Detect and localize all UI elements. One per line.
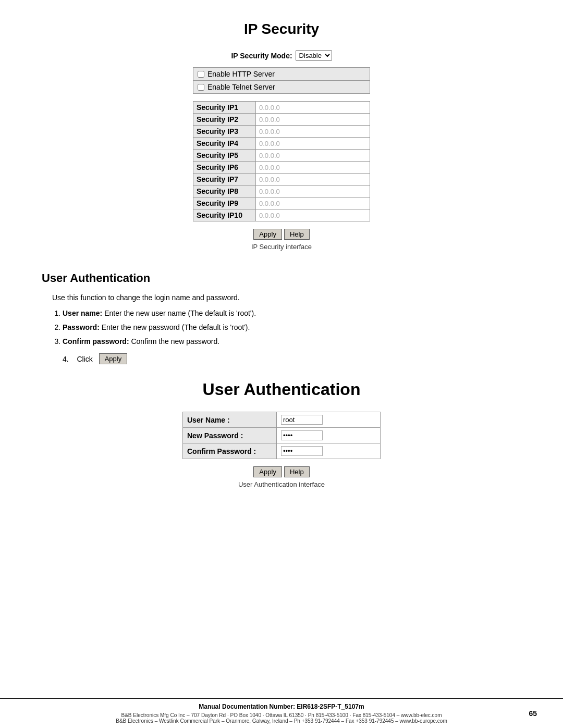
footer-line1: B&B Electronics Mfg Co Inc – 707 Dayton … xyxy=(16,712,547,718)
enable-telnet-label: Enable Telnet Server xyxy=(207,83,275,91)
ip-address-table: Security IP1 Security IP2 Security IP3 S… xyxy=(193,101,370,221)
ip3-label: Security IP3 xyxy=(193,126,256,138)
step4-row: 4. Click Apply xyxy=(63,353,521,364)
table-row: Security IP2 xyxy=(193,114,370,126)
ip5-label: Security IP5 xyxy=(193,150,256,162)
list-item: Password: Enter the new password (The de… xyxy=(63,322,521,333)
table-row: Security IP9 xyxy=(193,198,370,209)
user-auth-form-table: User Name : New Password : Confirm Passw… xyxy=(182,412,381,459)
step1-bold: User name: xyxy=(63,309,102,317)
table-row: Security IP6 xyxy=(193,162,370,174)
table-row: Security IP10 xyxy=(193,209,370,221)
new-password-input[interactable] xyxy=(281,430,323,440)
ip8-input[interactable] xyxy=(259,188,366,195)
footer-line2: B&B Electronics – Westlink Commercial Pa… xyxy=(16,718,547,724)
ip4-label: Security IP4 xyxy=(193,138,256,150)
confirm-password-label: Confirm Password : xyxy=(183,443,277,459)
ip9-input[interactable] xyxy=(259,200,366,207)
step2-text: Enter the new password (The default is '… xyxy=(102,323,250,331)
ip2-label: Security IP2 xyxy=(193,114,256,126)
ip-security-caption: IP Security interface xyxy=(251,243,312,251)
ip7-input[interactable] xyxy=(259,176,366,183)
page-number: 65 xyxy=(529,709,537,718)
enable-telnet-checkbox[interactable] xyxy=(198,84,204,91)
user-auth-heading: User Authentication xyxy=(42,272,521,285)
step4-number: 4. xyxy=(63,355,69,363)
enable-http-checkbox[interactable] xyxy=(198,71,204,78)
ip2-input[interactable] xyxy=(259,116,366,124)
table-row: Security IP5 xyxy=(193,150,370,162)
table-row: Confirm Password : xyxy=(183,443,381,459)
enable-http-label: Enable HTTP Server xyxy=(207,70,275,78)
footer: Manual Documentation Number: EIR618-2SFP… xyxy=(0,698,563,728)
ip-security-apply-button[interactable]: Apply xyxy=(253,229,282,240)
user-auth-help-button[interactable]: Help xyxy=(284,466,310,477)
step2-bold: Password: xyxy=(63,323,100,331)
user-auth-intro: Use this function to change the login na… xyxy=(52,293,521,302)
list-item: Confirm password: Confirm the new passwo… xyxy=(63,336,521,347)
user-auth-steps-list: User name: Enter the new user name (The … xyxy=(63,308,521,347)
table-row: Security IP7 xyxy=(193,174,370,186)
ip3-input[interactable] xyxy=(259,128,366,135)
step3-bold: Confirm password: xyxy=(63,337,129,346)
step1-text: Enter the new user name (The default is … xyxy=(104,309,256,317)
step4-click-label: Click xyxy=(77,355,92,363)
user-auth-form-caption: User Authentication interface xyxy=(238,480,325,488)
ip1-input[interactable] xyxy=(259,104,366,112)
user-auth-form-title: User Authentication xyxy=(203,380,361,399)
table-row: User Name : xyxy=(183,412,381,428)
table-row: Security IP1 xyxy=(193,102,370,114)
ip-security-mode-label: IP Security Mode: xyxy=(231,52,292,60)
table-row: Security IP4 xyxy=(193,138,370,150)
ip-security-help-button[interactable]: Help xyxy=(284,229,310,240)
table-row: New Password : xyxy=(183,428,381,443)
ip10-input[interactable] xyxy=(259,212,366,219)
user-auth-inline-apply-button[interactable]: Apply xyxy=(99,353,128,364)
ip10-label: Security IP10 xyxy=(193,209,256,221)
ip9-label: Security IP9 xyxy=(193,198,256,209)
ip-security-mode-select[interactable]: Disable Enable xyxy=(296,50,332,61)
table-row: Security IP8 xyxy=(193,186,370,198)
ip8-label: Security IP8 xyxy=(193,186,256,198)
ip-security-title: IP Security xyxy=(244,21,319,38)
table-row: Security IP3 xyxy=(193,126,370,138)
ip7-label: Security IP7 xyxy=(193,174,256,186)
list-item: User name: Enter the new user name (The … xyxy=(63,308,521,319)
step3-text: Confirm the new password. xyxy=(131,337,219,346)
user-auth-text-section: User Authentication Use this function to… xyxy=(42,272,521,364)
new-password-label: New Password : xyxy=(183,428,277,443)
ip5-input[interactable] xyxy=(259,152,366,159)
ip4-input[interactable] xyxy=(259,140,366,147)
confirm-password-input[interactable] xyxy=(281,446,323,456)
username-input[interactable] xyxy=(281,415,323,425)
checkbox-table: Enable HTTP Server Enable Telnet Server xyxy=(193,67,370,94)
ip6-label: Security IP6 xyxy=(193,162,256,174)
user-auth-apply-button[interactable]: Apply xyxy=(253,466,282,477)
username-label: User Name : xyxy=(183,412,277,428)
ip6-input[interactable] xyxy=(259,164,366,171)
ip1-label: Security IP1 xyxy=(193,102,256,114)
footer-manual-number: Manual Documentation Number: EIR618-2SFP… xyxy=(16,703,547,710)
user-auth-form-section: User Authentication User Name : New Pass… xyxy=(42,380,521,504)
